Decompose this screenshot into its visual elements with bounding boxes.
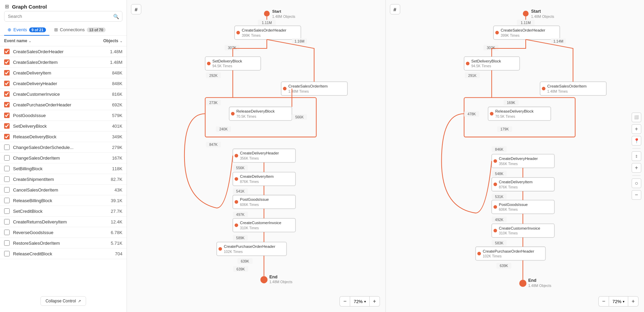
event-row: SetCreditBlock27.7K [0,206,127,217]
event-checkbox-4[interactable] [4,91,10,97]
node-sublabel-cso-header-left: 399K Times [242,34,261,37]
event-row: SetDeliveryBlock401K [0,121,127,131]
sidebar-btn-stagger[interactable]: ‡ [632,151,641,161]
tab-events[interactable]: ⊕ Events 9 of 21 [4,24,49,36]
collapse-control-button[interactable]: Collapse Control ↗ [40,296,86,306]
event-row: PostGoodsIssue579K [0,110,127,121]
graph-right-hash-btn[interactable]: # [390,4,400,14]
zoom-level-right[interactable]: 72% ▾ [609,296,628,307]
edge-label13-left: 639K [241,259,249,263]
edge-label13-right: 639K [500,264,508,268]
event-row: ChangeSalesOrderItem167K [0,153,127,163]
event-checkbox-2[interactable] [4,70,10,76]
event-checkbox-15[interactable] [4,208,10,214]
event-checkbox-12[interactable] [4,176,10,182]
zoom-controls-right: − 72% ▾ + [598,296,639,307]
event-row: CancelSalesOrderItem43K [0,185,127,195]
sidebar-btn-plus-top[interactable]: + [632,124,641,134]
event-name-14: ReleaseBillingBlock [13,198,95,203]
edge-label1-left: 1.11M [262,21,272,25]
event-checkbox-6[interactable] [4,113,10,118]
sidebar-btn-circle[interactable]: ○ [632,178,641,188]
graph-left-hash-btn[interactable]: # [131,4,141,14]
sidebar-divider-1 [632,148,641,149]
event-row: ReleaseDeliveryBlock349K [0,131,127,142]
event-name-12: CreateShipmentItem [13,177,95,182]
event-checkbox-8[interactable] [4,134,10,139]
edge-label3-right: 291K [468,74,476,78]
col-objects-header[interactable]: Objects ⌄ [95,38,122,43]
event-checkbox-11[interactable] [4,166,10,171]
tab-connections-icon: ⊞ [54,27,58,32]
event-checkbox-18[interactable] [4,240,10,246]
event-checkbox-3[interactable] [4,81,10,86]
event-row: ReleaseCreditBlock704 [0,249,127,259]
event-row: SetBillingBlock118K [0,163,127,174]
event-checkbox-14[interactable] [4,198,10,203]
end-sublabel-right: 1.48M Objects [528,284,551,288]
event-count-2: 848K [95,70,122,76]
zoom-value-right: 72% [612,299,621,304]
event-checkbox-16[interactable] [4,219,10,224]
node-label-post-goods-right: PostGoodsIssue [499,203,527,207]
path-cso-setdel-right [491,39,525,57]
event-name-15: SetCreditBlock [13,209,95,214]
node-dot-cust-invoice-left [235,223,238,227]
sidebar-btn-pin[interactable]: 📍 [632,136,641,146]
edge-label-left-right: 478K [467,112,476,116]
node-label-set-delivery-left: SetDeliveryBlock [212,59,242,63]
event-checkbox-7[interactable] [4,123,10,129]
sidebar-btn-plus-mid[interactable]: + [632,163,641,173]
node-dot-del-header-right [493,159,497,163]
sidebar-btn-minus[interactable]: − [632,190,641,200]
node-dot-cust-invoice-right [493,229,497,232]
end-dot-left [260,276,267,284]
event-count-18: 5.71K [95,241,122,246]
node-dot-post-goods-left [235,200,238,204]
event-checkbox-13[interactable] [4,187,10,193]
panel-header: ⊞ Graph Control [0,0,127,11]
event-row: CreateSalesOrderItem1.48M [0,57,127,68]
zoom-chevron-left: ▾ [364,300,366,303]
zoom-minus-btn-left[interactable]: − [339,296,350,307]
event-row: CreateSalesOrderHeader1.48M [0,46,127,57]
tab-connections-badge: 13 of 70 [87,27,106,32]
collapse-icon: ↗ [78,299,81,303]
node-sublabel-release-left: 70.5K Times [236,115,256,118]
zoom-plus-btn-right[interactable]: + [628,296,639,307]
event-count-9: 279K [95,145,122,150]
col-name-header[interactable]: Event name ⌄ [4,38,95,43]
zoom-controls-left: − 72% ▾ + [339,296,380,307]
event-checkbox-0[interactable] [4,49,10,54]
end-label-left: End [269,275,277,279]
event-count-19: 704 [95,251,122,256]
edge-label11-right: 492K [495,218,503,222]
event-name-16: CreateReturnsDeliveryItem [13,219,95,224]
node-label-del-header-left: CreateDeliveryHeader [240,151,279,155]
event-checkbox-19[interactable] [4,251,10,256]
event-checkbox-1[interactable] [4,59,10,65]
search-bar-container: 🔍 [4,11,122,22]
tab-events-icon: ⊕ [8,27,11,32]
node-sublabel-del-item-left: 876K Times [240,180,259,184]
sidebar-divider-2 [632,175,641,176]
event-checkbox-5[interactable] [4,102,10,107]
zoom-plus-btn-left[interactable]: + [370,296,380,307]
event-row: CreateShipmentItem82.7K [0,174,127,185]
node-dot-cso-item-left [283,87,286,90]
event-count-16: 12.4K [95,219,122,224]
event-checkbox-9[interactable] [4,145,10,150]
node-sublabel-release-right: 70.5K Times [495,115,515,118]
event-checkbox-10[interactable] [4,155,10,161]
event-row: ReleaseBillingBlock39.1K [0,195,127,206]
search-input[interactable] [4,11,122,22]
sidebar-btn-maximize[interactable]: ⬜ [632,113,641,122]
tab-connections[interactable]: ⊞ Connections 13 of 70 [51,24,109,36]
node-label-cust-invoice-right: CreateCustomerInvoice [499,226,540,230]
sort-icon-name: ⌄ [28,39,31,43]
zoom-minus-btn-right[interactable]: − [598,296,609,307]
event-checkbox-17[interactable] [4,230,10,235]
graphs-area: # Start 1.48M Objects 1.11M CreateSalesO… [127,0,644,312]
node-label-del-header-right: CreateDeliveryHeader [499,157,538,161]
zoom-level-left[interactable]: 72% ▾ [350,296,369,307]
